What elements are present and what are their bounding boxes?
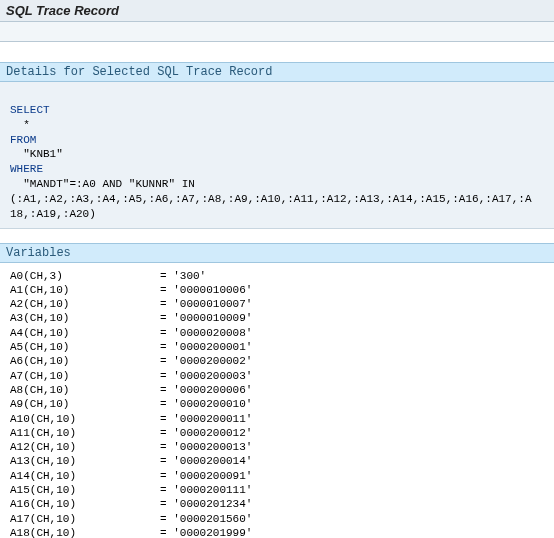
variable-name: A2(CH,10) (10, 297, 160, 311)
sql-from-kw: FROM (10, 134, 36, 146)
variable-row: A17(CH,10)= '0000201560' (10, 512, 544, 526)
variable-row: A10(CH,10)= '0000200011' (10, 412, 544, 426)
sql-from-table: "KNB1" (10, 148, 63, 160)
variable-name: A3(CH,10) (10, 311, 160, 325)
sql-statement: SELECT * FROM "KNB1" WHERE "MANDT"=:A0 A… (0, 82, 554, 229)
variable-value: = '0000200002' (160, 354, 544, 368)
variable-value: = '0000200011' (160, 412, 544, 426)
variable-row: A15(CH,10)= '0000200111' (10, 483, 544, 497)
window-titlebar: SQL Trace Record (0, 0, 554, 22)
variable-name: A9(CH,10) (10, 397, 160, 411)
variable-name: A8(CH,10) (10, 383, 160, 397)
variable-name: A12(CH,10) (10, 440, 160, 454)
variable-row: A16(CH,10)= '0000201234' (10, 497, 544, 511)
sql-select-kw: SELECT (10, 104, 50, 116)
window-title: SQL Trace Record (6, 3, 119, 18)
variable-value: = '0000200091' (160, 469, 544, 483)
variable-name: A14(CH,10) (10, 469, 160, 483)
variable-name: A17(CH,10) (10, 512, 160, 526)
sql-where-line1: "MANDT"=:A0 AND "KUNNR" IN (10, 178, 195, 190)
variable-name: A11(CH,10) (10, 426, 160, 440)
variable-value: = '0000200006' (160, 383, 544, 397)
variable-value: = '300' (160, 269, 544, 283)
variable-value: = '0000200001' (160, 340, 544, 354)
sql-where-kw: WHERE (10, 163, 43, 175)
variable-name: A15(CH,10) (10, 483, 160, 497)
variables-section-title: Variables (6, 246, 71, 260)
variable-value: = '0000200111' (160, 483, 544, 497)
variable-name: A18(CH,10) (10, 526, 160, 538)
variable-value: = '0000020008' (160, 326, 544, 340)
variable-value: = '0000200003' (160, 369, 544, 383)
variable-name: A10(CH,10) (10, 412, 160, 426)
variable-row: A9(CH,10)= '0000200010' (10, 397, 544, 411)
variable-row: A11(CH,10)= '0000200012' (10, 426, 544, 440)
sql-select-cols: * (10, 119, 30, 131)
variable-value: = '0000200010' (160, 397, 544, 411)
sql-where-line2: (:A1,:A2,:A3,:A4,:A5,:A6,:A7,:A8,:A9,:A1… (10, 193, 532, 205)
details-section-title: Details for Selected SQL Trace Record (6, 65, 272, 79)
variable-value: = '0000200012' (160, 426, 544, 440)
variables-list: A0(CH,3)= '300'A1(CH,10)= '0000010006'A2… (0, 263, 554, 538)
variable-value: = '0000201560' (160, 512, 544, 526)
variable-value: = '0000200013' (160, 440, 544, 454)
variable-name: A1(CH,10) (10, 283, 160, 297)
variable-row: A13(CH,10)= '0000200014' (10, 454, 544, 468)
variable-row: A8(CH,10)= '0000200006' (10, 383, 544, 397)
variable-row: A12(CH,10)= '0000200013' (10, 440, 544, 454)
variable-name: A0(CH,3) (10, 269, 160, 283)
variable-value: = '0000201234' (160, 497, 544, 511)
variable-row: A4(CH,10)= '0000020008' (10, 326, 544, 340)
spacer (0, 42, 554, 62)
toolbar (0, 22, 554, 42)
variable-row: A6(CH,10)= '0000200002' (10, 354, 544, 368)
variable-row: A0(CH,3)= '300' (10, 269, 544, 283)
variable-value: = '0000010007' (160, 297, 544, 311)
variable-value: = '0000201999' (160, 526, 544, 538)
variable-name: A6(CH,10) (10, 354, 160, 368)
variable-name: A5(CH,10) (10, 340, 160, 354)
variable-value: = '0000200014' (160, 454, 544, 468)
variable-row: A2(CH,10)= '0000010007' (10, 297, 544, 311)
variable-row: A7(CH,10)= '0000200003' (10, 369, 544, 383)
variable-row: A1(CH,10)= '0000010006' (10, 283, 544, 297)
variables-section-header: Variables (0, 243, 554, 263)
variable-value: = '0000010009' (160, 311, 544, 325)
variable-row: A5(CH,10)= '0000200001' (10, 340, 544, 354)
variable-row: A3(CH,10)= '0000010009' (10, 311, 544, 325)
variable-name: A13(CH,10) (10, 454, 160, 468)
variable-name: A16(CH,10) (10, 497, 160, 511)
sql-where-line3: 18,:A19,:A20) (10, 208, 96, 220)
variable-name: A7(CH,10) (10, 369, 160, 383)
variable-row: A14(CH,10)= '0000200091' (10, 469, 544, 483)
variable-name: A4(CH,10) (10, 326, 160, 340)
variable-row: A18(CH,10)= '0000201999' (10, 526, 544, 538)
variable-value: = '0000010006' (160, 283, 544, 297)
details-section-header: Details for Selected SQL Trace Record (0, 62, 554, 82)
